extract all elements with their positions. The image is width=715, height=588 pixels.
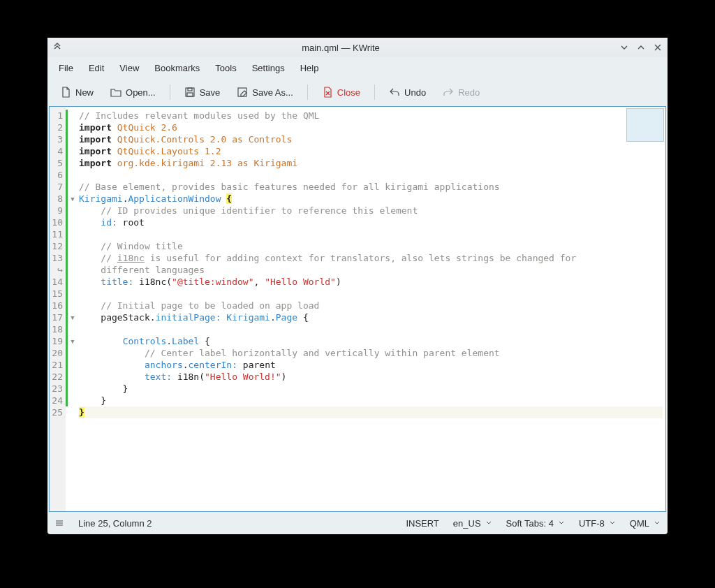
close-doc-icon (322, 87, 333, 98)
menu-tools[interactable]: Tools (208, 60, 243, 76)
toolbar-separator (170, 84, 170, 100)
menubar: File Edit View Bookmarks Tools Settings … (47, 57, 668, 78)
new-button[interactable]: New (53, 82, 101, 102)
redo-button[interactable]: Redo (436, 82, 487, 102)
svg-rect-2 (187, 93, 193, 96)
toolbar-separator (307, 84, 308, 100)
cursor-position[interactable]: Line 25, Column 2 (78, 518, 152, 529)
toolbar-separator (374, 84, 375, 100)
saveas-icon (237, 87, 248, 98)
close-button[interactable]: Close (315, 82, 367, 102)
svg-rect-1 (188, 88, 192, 91)
menu-edit[interactable]: Edit (82, 60, 111, 76)
minimize-icon[interactable] (619, 42, 630, 53)
redo-icon (443, 87, 454, 98)
line-number-gutter: 12345678910111213↪1415161718192021222324… (50, 107, 66, 511)
minimap[interactable] (626, 108, 664, 142)
encoding-selector[interactable]: UTF-8 (579, 518, 616, 529)
close-label: Close (337, 87, 360, 98)
undo-icon (389, 87, 400, 98)
redo-label: Redo (458, 87, 480, 98)
editor[interactable]: 12345678910111213↪1415161718192021222324… (49, 106, 666, 512)
fold-column: ▾▾▾ (68, 107, 78, 511)
line-ending-icon[interactable] (54, 518, 64, 528)
locale-label: en_US (453, 518, 481, 529)
undo-button[interactable]: Undo (382, 82, 433, 102)
save-button[interactable]: Save (177, 82, 228, 102)
pin-icon[interactable] (52, 42, 63, 53)
tab-settings[interactable]: Soft Tabs: 4 (506, 518, 565, 529)
toolbar: New Open... Save Save As... Close Undo R… (47, 78, 668, 106)
undo-label: Undo (404, 87, 426, 98)
menu-view[interactable]: View (112, 60, 146, 76)
chevron-down-icon (654, 520, 661, 527)
chevron-down-icon (485, 520, 492, 527)
open-label: Open... (126, 87, 156, 98)
saveas-label: Save As... (252, 87, 293, 98)
menu-file[interactable]: File (52, 60, 80, 76)
chevron-down-icon (558, 520, 565, 527)
new-label: New (75, 87, 94, 98)
open-button[interactable]: Open... (103, 82, 163, 102)
saveas-button[interactable]: Save As... (230, 82, 300, 102)
input-mode[interactable]: INSERT (406, 518, 438, 529)
locale-selector[interactable]: en_US (453, 518, 492, 529)
encoding-label: UTF-8 (579, 518, 605, 529)
tabs-label: Soft Tabs: 4 (506, 518, 554, 529)
code-area[interactable]: // Includes relevant modules used by the… (78, 107, 665, 511)
main-window: main.qml — KWrite File Edit View Bookmar… (47, 38, 668, 534)
close-icon[interactable] (652, 42, 663, 53)
menu-help[interactable]: Help (293, 60, 326, 76)
language-label: QML (630, 518, 649, 529)
language-selector[interactable]: QML (630, 518, 661, 529)
window-title: main.qml — KWrite (63, 43, 619, 53)
titlebar: main.qml — KWrite (47, 38, 668, 57)
chevron-down-icon (609, 520, 616, 527)
menu-bookmarks[interactable]: Bookmarks (147, 60, 207, 76)
save-icon (184, 87, 196, 98)
save-label: Save (200, 87, 221, 98)
menu-settings[interactable]: Settings (245, 60, 292, 76)
new-file-icon (60, 87, 71, 98)
statusbar: Line 25, Column 2 INSERT en_US Soft Tabs… (47, 512, 668, 534)
maximize-icon[interactable] (635, 42, 647, 53)
open-icon (110, 87, 121, 98)
